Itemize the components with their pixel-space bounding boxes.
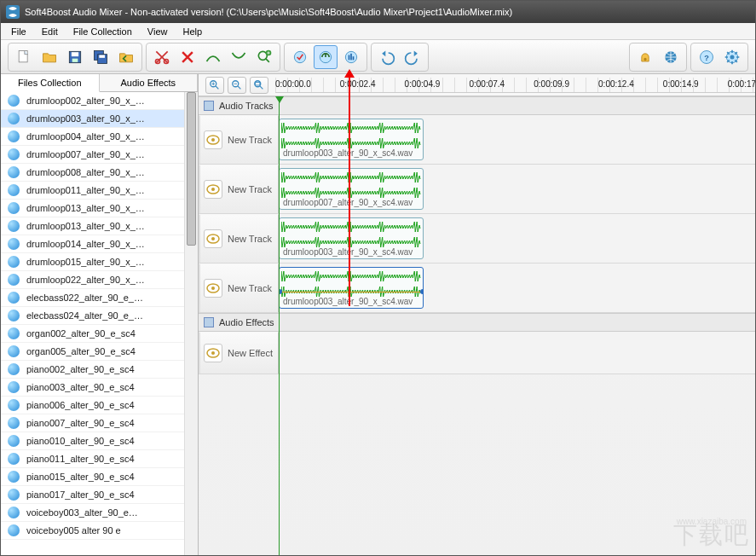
section-audio-effects[interactable]: Audio Effects <box>199 313 755 332</box>
file-item[interactable]: drumloop007_alter_90_x_… <box>1 146 198 164</box>
audio-clip[interactable]: drumloop003_alter_90_x_sc4.wav <box>279 267 424 309</box>
audio-clip[interactable]: drumloop003_alter_90_x_sc4.wav <box>279 217 424 259</box>
cut-button[interactable] <box>150 45 174 69</box>
toolbar-group-app <box>629 43 687 72</box>
eye-icon[interactable] <box>204 344 222 362</box>
file-item[interactable]: piano003_alter_90_e_sc4 <box>1 379 198 397</box>
menubar: File Edit File Collection View Help <box>1 23 755 40</box>
menu-edit[interactable]: Edit <box>35 25 65 38</box>
volume-line[interactable] <box>280 292 423 292</box>
timeline-ruler[interactable]: 0:00:00.00:00:02.40:00:04.90:00:07.40:00… <box>275 78 755 93</box>
file-item[interactable]: piano017_alter_90_e_sc4 <box>1 486 198 504</box>
file-item-label: elecbass024_alter_90_e_… <box>26 310 143 321</box>
scrollbar-thumb[interactable] <box>187 92 196 246</box>
file-item[interactable]: piano007_alter_90_e_sc4 <box>1 414 198 432</box>
file-item[interactable]: drumloop004_alter_90_x_… <box>1 128 198 146</box>
web-button[interactable] <box>659 45 683 69</box>
clip-label: drumloop003_alter_90_x_sc4.wav <box>283 247 413 257</box>
file-item[interactable]: drumloop022_alter_90_x_… <box>1 271 198 289</box>
equalize-button[interactable] <box>339 45 363 69</box>
menu-file-collection[interactable]: File Collection <box>66 25 139 38</box>
track-lane[interactable]: drumloop003_alter_90_x_sc4.wav <box>279 214 755 263</box>
tab-audio-effects[interactable]: Audio Effects <box>100 74 199 91</box>
delete-button[interactable] <box>176 45 199 69</box>
options-button[interactable] <box>720 45 744 69</box>
file-item[interactable]: piano010_alter_90_e_sc4 <box>1 432 198 450</box>
track-lane[interactable]: drumloop003_alter_90_x_sc4.wav <box>279 115 755 164</box>
menu-help[interactable]: Help <box>176 25 209 38</box>
activate-button[interactable] <box>633 45 657 69</box>
save-all-button[interactable] <box>89 45 113 69</box>
file-item[interactable]: organ005_alter_90_e_sc4 <box>1 343 198 361</box>
collapse-icon[interactable] <box>204 317 214 327</box>
fadein-button[interactable] <box>201 45 225 69</box>
effect-head[interactable]: New Effect <box>199 332 279 374</box>
svg-point-17 <box>643 57 646 60</box>
help-button[interactable]: ? <box>695 45 718 69</box>
file-item[interactable]: drumloop014_alter_90_x_… <box>1 235 198 253</box>
file-item[interactable]: voiceboy003_alter_90_e… <box>1 504 198 522</box>
eye-icon[interactable] <box>204 180 222 199</box>
zoom-in-button[interactable] <box>205 77 224 94</box>
tab-files-collection[interactable]: Files Collection <box>1 74 100 92</box>
track-head[interactable]: New Track <box>199 165 279 213</box>
file-list[interactable]: drumloop002_alter_90_x_…drumloop003_alte… <box>1 92 198 555</box>
watermark-text: 下载吧 <box>673 519 750 552</box>
zoom-out-button[interactable] <box>228 77 246 94</box>
zoom-fit-button[interactable] <box>250 77 268 94</box>
collapse-icon[interactable] <box>204 101 214 111</box>
save-button[interactable] <box>63 45 87 69</box>
mix-button[interactable] <box>288 45 312 69</box>
menu-view[interactable]: View <box>141 25 175 38</box>
file-item[interactable]: drumloop008_alter_90_x_… <box>1 164 198 182</box>
file-item[interactable]: organ002_alter_90_e_sc4 <box>1 325 198 343</box>
file-item-label: organ005_alter_90_e_sc4 <box>26 346 136 356</box>
file-item[interactable]: drumloop013_alter_90_x_… <box>1 200 198 217</box>
file-item[interactable]: elecbass022_alter_90_e_… <box>1 289 198 307</box>
eye-icon[interactable] <box>204 229 222 248</box>
new-file-button[interactable] <box>12 45 36 69</box>
eye-icon[interactable] <box>204 130 222 149</box>
eye-icon[interactable] <box>204 279 222 298</box>
track-head[interactable]: New Track <box>199 214 279 263</box>
redo-button[interactable] <box>401 45 424 69</box>
track-head[interactable]: New Track <box>199 264 279 312</box>
menu-file[interactable]: File <box>4 25 33 38</box>
open-button[interactable] <box>38 45 61 69</box>
undo-button[interactable] <box>375 45 399 69</box>
timeline-mark: 0:00:09.9 <box>534 79 569 89</box>
track-head[interactable]: New Track <box>199 115 279 164</box>
fadeout-button[interactable] <box>227 45 251 69</box>
file-item[interactable]: piano006_alter_90_e_sc4 <box>1 397 198 414</box>
timeline-mark: 0:00:12.4 <box>598 79 634 89</box>
effect-lane[interactable] <box>279 332 755 374</box>
process-button[interactable] <box>314 45 338 69</box>
file-item[interactable]: drumloop011_alter_90_x_… <box>1 182 198 200</box>
volume-handle[interactable] <box>420 289 424 294</box>
revert-button[interactable] <box>114 45 138 69</box>
svg-point-36 <box>211 351 215 355</box>
file-item[interactable]: voiceboy005 alter 90 e <box>1 522 198 540</box>
file-item[interactable]: drumloop013_alter_90_x_… <box>1 217 198 235</box>
file-item[interactable]: piano015_alter_90_e_sc4 <box>1 468 198 486</box>
track-area[interactable]: Audio Tracks New Trackdrumloop003_alter_… <box>199 96 755 555</box>
toolbar-group-history <box>371 43 429 72</box>
section-audio-tracks[interactable]: Audio Tracks <box>199 96 755 115</box>
track-lane[interactable]: drumloop003_alter_90_x_sc4.wav <box>279 264 755 312</box>
window-title: Soft4Boost Audio Mixer - Non-activated v… <box>25 7 512 17</box>
file-item[interactable]: drumloop003_alter_90_x_… <box>1 110 198 128</box>
track-row: New Trackdrumloop003_alter_90_x_sc4.wav <box>199 115 755 165</box>
audio-clip[interactable]: drumloop007_alter_90_x_sc4.wav <box>279 168 424 210</box>
file-list-scrollbar[interactable] <box>184 92 198 555</box>
add-marker-button[interactable] <box>252 45 276 69</box>
file-item[interactable]: drumloop002_alter_90_x_… <box>1 92 198 110</box>
clip-label: drumloop003_alter_90_x_sc4.wav <box>283 148 413 158</box>
audio-file-icon <box>8 417 20 429</box>
audio-clip[interactable]: drumloop003_alter_90_x_sc4.wav <box>279 119 424 160</box>
track-lane[interactable]: drumloop007_alter_90_x_sc4.wav <box>279 165 755 213</box>
file-item[interactable]: elecbass024_alter_90_e_… <box>1 307 198 325</box>
file-item-label: piano006_alter_90_e_sc4 <box>26 400 135 410</box>
file-item[interactable]: piano002_alter_90_e_sc4 <box>1 361 198 379</box>
file-item[interactable]: drumloop015_alter_90_x_… <box>1 253 198 271</box>
file-item[interactable]: piano011_alter_90_e_sc4 <box>1 450 198 468</box>
